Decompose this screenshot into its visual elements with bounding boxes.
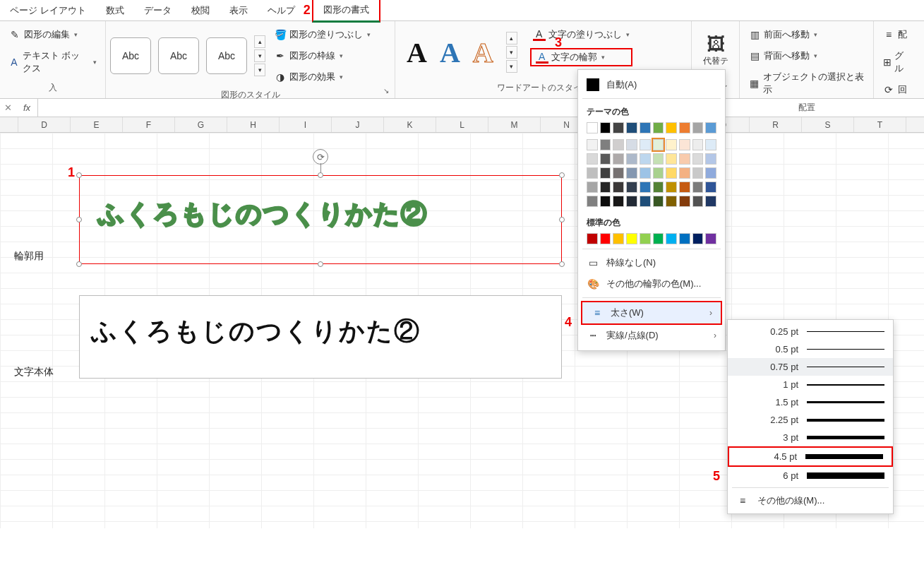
color-swatch[interactable] bbox=[679, 122, 690, 133]
weight-option[interactable]: 0.25 pt bbox=[728, 323, 893, 340]
cancel-icon[interactable]: ✕ bbox=[0, 102, 16, 113]
rotate-handle-icon[interactable]: ⟳ bbox=[313, 149, 328, 165]
text-outline-button[interactable]: A 文字の輪郭 ▾ bbox=[530, 48, 632, 66]
color-swatch[interactable] bbox=[692, 196, 704, 207]
rotate-button[interactable]: ⟳回 bbox=[880, 82, 911, 97]
color-swatch[interactable] bbox=[600, 233, 611, 244]
color-swatch[interactable] bbox=[679, 196, 690, 207]
color-swatch[interactable] bbox=[692, 233, 704, 244]
wordart-gallery[interactable]: A A A ▴ ▾ ▾ bbox=[400, 24, 524, 81]
wordart-style-item[interactable]: A bbox=[473, 36, 493, 69]
column-header[interactable]: D bbox=[18, 117, 71, 132]
color-swatch[interactable] bbox=[705, 182, 716, 193]
shape-outline-button[interactable]: ✒ 図形の枠線 ▾ bbox=[271, 48, 373, 64]
color-swatch[interactable] bbox=[666, 167, 677, 179]
dialog-launcher-icon[interactable]: ↘ bbox=[383, 87, 392, 95]
color-swatch[interactable] bbox=[600, 139, 611, 150]
tab-page-layout[interactable]: ページ レイアウト bbox=[0, 0, 96, 21]
color-swatch[interactable] bbox=[705, 196, 716, 207]
tab-help[interactable]: ヘルプ bbox=[258, 0, 305, 21]
color-swatch[interactable] bbox=[640, 122, 651, 133]
color-swatch[interactable] bbox=[587, 139, 598, 150]
weight-option[interactable]: 1.5 pt bbox=[728, 393, 893, 411]
color-swatch[interactable] bbox=[626, 167, 637, 179]
text-box-button[interactable]: A テキスト ボックス ▾ bbox=[6, 48, 100, 76]
color-swatch[interactable] bbox=[705, 153, 716, 165]
gallery-up-icon[interactable]: ▴ bbox=[254, 35, 265, 48]
column-header[interactable]: G bbox=[175, 117, 227, 132]
color-swatch[interactable] bbox=[666, 122, 677, 133]
color-swatch[interactable] bbox=[587, 122, 598, 133]
weight-option[interactable]: 6 pt bbox=[728, 467, 893, 484]
gallery-more-icon[interactable]: ▾ bbox=[506, 60, 517, 73]
resize-handle[interactable] bbox=[559, 217, 565, 222]
resize-handle[interactable] bbox=[559, 261, 565, 267]
color-swatch[interactable] bbox=[626, 153, 637, 165]
color-swatch[interactable] bbox=[640, 182, 651, 193]
color-swatch[interactable] bbox=[692, 167, 704, 179]
color-swatch[interactable] bbox=[600, 182, 611, 193]
send-backward-button[interactable]: ▤ 背面へ移動 ▾ bbox=[745, 48, 868, 64]
weight-option[interactable]: 0.5 pt bbox=[728, 340, 893, 358]
column-header[interactable]: H bbox=[227, 117, 280, 132]
shape-style-item[interactable]: Abc bbox=[206, 37, 247, 74]
color-swatch[interactable] bbox=[653, 167, 664, 179]
color-swatch[interactable] bbox=[666, 233, 677, 244]
resize-handle[interactable] bbox=[76, 172, 82, 178]
color-swatch[interactable] bbox=[600, 196, 611, 207]
color-swatch[interactable] bbox=[587, 196, 598, 207]
color-swatch[interactable] bbox=[640, 233, 651, 244]
color-swatch[interactable] bbox=[613, 196, 624, 207]
column-header[interactable]: R bbox=[750, 117, 802, 132]
wordart-style-item[interactable]: A bbox=[440, 36, 460, 69]
weight-option[interactable]: 3 pt bbox=[728, 429, 893, 446]
shape-style-item[interactable]: Abc bbox=[158, 37, 199, 74]
color-swatch[interactable] bbox=[600, 122, 611, 133]
no-outline-item[interactable]: ▭ 枠線なし(N) bbox=[578, 252, 725, 273]
weight-option[interactable]: 1 pt bbox=[728, 376, 893, 393]
textbox-body[interactable]: ふくろもじのつくりかた② bbox=[79, 295, 562, 379]
column-header[interactable] bbox=[0, 117, 18, 132]
dashes-item[interactable]: ┉ 実線/点線(D) › bbox=[578, 325, 725, 346]
gallery-down-icon[interactable]: ▾ bbox=[506, 46, 517, 59]
color-swatch[interactable] bbox=[626, 182, 637, 193]
edit-shape-button[interactable]: ✎ 図形の編集 ▾ bbox=[6, 27, 100, 42]
color-swatch[interactable] bbox=[679, 153, 690, 165]
column-header[interactable]: K bbox=[384, 117, 436, 132]
column-header[interactable]: I bbox=[280, 117, 332, 132]
column-header[interactable]: S bbox=[802, 117, 854, 132]
color-swatch[interactable] bbox=[705, 167, 716, 179]
selection-pane-button[interactable]: ▦ オブジェクトの選択と表示 bbox=[745, 69, 868, 97]
color-swatch[interactable] bbox=[600, 167, 611, 179]
color-swatch[interactable] bbox=[692, 182, 704, 193]
tab-formulas[interactable]: 数式 bbox=[96, 0, 134, 21]
color-swatch[interactable] bbox=[666, 139, 677, 150]
color-swatch[interactable] bbox=[587, 182, 598, 193]
color-swatch[interactable] bbox=[679, 182, 690, 193]
shape-effects-button[interactable]: ◑ 図形の効果 ▾ bbox=[271, 69, 373, 85]
column-header[interactable]: J bbox=[332, 117, 384, 132]
color-swatch[interactable] bbox=[653, 196, 664, 207]
color-swatch[interactable] bbox=[705, 122, 716, 133]
color-swatch[interactable] bbox=[626, 196, 637, 207]
color-swatch[interactable] bbox=[666, 182, 677, 193]
weight-item[interactable]: ≡ 太さ(W) › bbox=[581, 301, 722, 325]
color-swatch[interactable] bbox=[692, 139, 704, 150]
resize-handle[interactable] bbox=[318, 261, 323, 267]
color-swatch[interactable] bbox=[653, 153, 664, 165]
weight-option[interactable]: 4.5 pt bbox=[728, 446, 893, 467]
color-swatch[interactable] bbox=[653, 182, 664, 193]
color-swatch[interactable] bbox=[653, 233, 664, 244]
group-button[interactable]: ⊞グル bbox=[880, 48, 911, 76]
resize-handle[interactable] bbox=[76, 261, 82, 267]
color-swatch[interactable] bbox=[653, 122, 664, 133]
column-header[interactable]: F bbox=[123, 117, 175, 132]
wordart-style-item[interactable]: A bbox=[407, 36, 427, 69]
bring-forward-button[interactable]: ▥ 前面へ移動 ▾ bbox=[745, 27, 868, 42]
gallery-up-icon[interactable]: ▴ bbox=[506, 32, 517, 44]
color-swatch[interactable] bbox=[613, 139, 624, 150]
selected-textbox-outline[interactable]: ⟳ ふくろもじのつくりかた② bbox=[79, 175, 562, 264]
color-swatch[interactable] bbox=[587, 167, 598, 179]
align-button[interactable]: ≡配 bbox=[880, 27, 911, 42]
shape-style-item[interactable]: Abc bbox=[110, 37, 151, 74]
